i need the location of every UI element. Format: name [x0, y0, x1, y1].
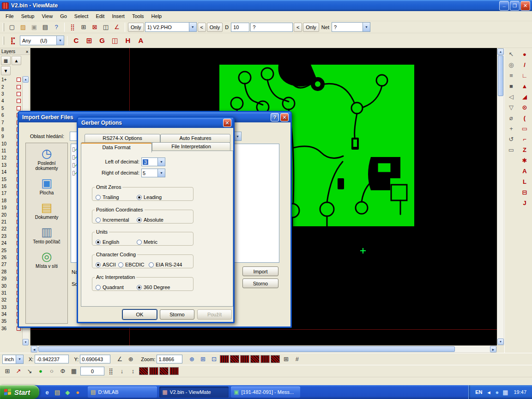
- place-item[interactable]: ◷ Poslední dokumenty: [27, 147, 66, 171]
- select-dcodes-icon[interactable]: ⊠: [90, 23, 100, 32]
- chevron-down-icon[interactable]: [189, 23, 196, 31]
- help-icon[interactable]: [271, 113, 279, 121]
- measure-angle-icon[interactable]: ∠: [112, 23, 122, 32]
- chevron-down-icon[interactable]: [363, 23, 370, 31]
- canvas-vertical-scrollbar[interactable]: [497, 48, 504, 345]
- radio-icon[interactable]: [137, 240, 142, 245]
- units-combo[interactable]: inch: [2, 355, 24, 364]
- taskbar-task[interactable]: ▦ V2.bin - ViewMate: [159, 387, 229, 398]
- layer-row[interactable]: 2: [0, 83, 22, 90]
- import-button[interactable]: Import: [242, 266, 278, 276]
- snap-center-icon[interactable]: ◎: [506, 60, 517, 70]
- layer-table-icon[interactable]: ▦: [1, 56, 11, 65]
- print-icon[interactable]: ▤: [40, 23, 50, 32]
- selection-mode-icon[interactable]: ⣏: [7, 35, 19, 46]
- open-file-icon[interactable]: ▨: [18, 23, 28, 32]
- dcode-table-icon[interactable]: ⣿: [67, 23, 78, 32]
- radio-metric[interactable]: Metric: [137, 239, 157, 245]
- scroll-down-icon[interactable]: [497, 339, 504, 345]
- line-tool-icon[interactable]: /: [519, 60, 530, 70]
- scroll-down-icon[interactable]: [23, 339, 29, 345]
- origin-icon[interactable]: +: [506, 124, 517, 133]
- layer-color-swatch[interactable]: [17, 92, 21, 96]
- menu-item[interactable]: Select: [71, 12, 92, 20]
- cancel-button[interactable]: Storno: [160, 309, 194, 320]
- vertical-scroll-thumb[interactable]: [498, 55, 503, 96]
- layer-color-swatch[interactable]: [17, 106, 21, 110]
- cancel-button[interactable]: Storno: [242, 278, 278, 288]
- radio-icon[interactable]: [118, 262, 123, 267]
- radio-ascii[interactable]: ASCII: [96, 262, 116, 267]
- grid-dots-icon[interactable]: ⊞: [281, 355, 291, 364]
- window-select-icon[interactable]: ▭: [506, 145, 517, 155]
- grid-step-field[interactable]: 0: [80, 367, 104, 375]
- toolbar-grip[interactable]: [3, 36, 4, 45]
- previous-net-button[interactable]: <: [294, 23, 302, 32]
- small-grid-icon[interactable]: ⊞: [2, 367, 12, 376]
- dot-matrix-icon[interactable]: ⣿: [106, 367, 116, 376]
- canvas-horizontal-scrollbar[interactable]: [30, 345, 497, 353]
- lamp-off-icon[interactable]: ○: [47, 367, 57, 376]
- pad-grid-tool-icon[interactable]: ⊞: [83, 35, 95, 46]
- title-bar[interactable]: V2.bin - ViewMate: [0, 0, 532, 11]
- letter-h-tool-icon[interactable]: H: [122, 35, 134, 46]
- chevron-down-icon[interactable]: [234, 132, 241, 140]
- radio-trailing[interactable]: Trailing: [96, 194, 119, 200]
- taskbar-task[interactable]: ▣ [191-482-091] - Mess...: [231, 387, 300, 398]
- circle-tool-icon[interactable]: ⊙: [519, 103, 530, 112]
- scroll-left-icon[interactable]: [31, 346, 37, 352]
- arc-tool-icon[interactable]: (: [519, 113, 530, 123]
- net-filter-combo[interactable]: ?: [332, 22, 370, 32]
- place-item[interactable]: ◎ Místa v síti: [27, 250, 66, 269]
- probe-icon[interactable]: Φ: [58, 367, 68, 376]
- radio-ebcdic[interactable]: EBCDIC: [118, 262, 145, 267]
- tab-auto-features[interactable]: Auto Features: [160, 134, 230, 143]
- mirror-horizontal-icon[interactable]: ◁: [506, 92, 517, 102]
- pad-flash-tool-icon[interactable]: ●: [519, 49, 530, 59]
- menu-item[interactable]: Go: [56, 12, 71, 20]
- drop-marker-icon[interactable]: ↓: [117, 367, 127, 376]
- redline-down-icon[interactable]: ↘: [24, 367, 35, 376]
- layer-down-icon[interactable]: ▼: [1, 66, 11, 75]
- rotate-icon[interactable]: ↺: [506, 134, 517, 144]
- letter-a-tool-icon[interactable]: A: [135, 35, 147, 46]
- layers-panel-header[interactable]: Layers: [0, 48, 30, 55]
- corner-tool-icon[interactable]: ∟: [519, 71, 530, 80]
- layer-color-swatch[interactable]: [17, 85, 21, 89]
- grid-table-icon[interactable]: ▦: [69, 367, 79, 376]
- start-button[interactable]: Start: [0, 385, 39, 399]
- notch-tool-icon[interactable]: ⌐: [519, 134, 530, 144]
- dialog-title-bar[interactable]: Gerber Options: [78, 118, 233, 128]
- only-layer-toggle[interactable]: Only: [128, 23, 144, 32]
- dimension-tool-icon[interactable]: L: [519, 177, 530, 187]
- strip-tool-icon[interactable]: ⊟: [519, 187, 530, 197]
- radio-icon[interactable]: [96, 285, 101, 290]
- taskbar-task[interactable]: ▤ D:\MLAB: [88, 387, 157, 398]
- place-item[interactable]: ▤ Dokumenty: [27, 201, 66, 220]
- chevron-down-icon[interactable]: [16, 355, 23, 363]
- dcode-pattern-8-icon[interactable]: [149, 367, 158, 375]
- menu-item[interactable]: Setup: [18, 12, 38, 20]
- letter-g-tool-icon[interactable]: G: [96, 35, 108, 46]
- dcode-value-field[interactable]: 10: [231, 23, 249, 32]
- menu-item[interactable]: File: [2, 12, 18, 20]
- dcode-pattern-2-icon[interactable]: [230, 355, 239, 363]
- zigzag-tool-icon[interactable]: Z: [519, 145, 530, 155]
- only-dcode-toggle[interactable]: Only: [207, 23, 223, 32]
- highlight-dcodes-icon[interactable]: ⊞: [79, 23, 89, 32]
- scroll-up-icon[interactable]: [23, 76, 29, 83]
- firefox-icon[interactable]: ●: [73, 388, 82, 396]
- letter-c-tool-icon[interactable]: C: [70, 35, 82, 46]
- right-of-decimal-combo[interactable]: 5: [141, 169, 165, 177]
- origin-target-icon[interactable]: ⊕: [126, 355, 136, 364]
- status-light-icon[interactable]: ●: [36, 367, 46, 376]
- menu-item[interactable]: View: [38, 12, 56, 20]
- display-tray-icon[interactable]: ▦: [502, 388, 509, 396]
- close-icon[interactable]: [520, 1, 530, 11]
- split-view-icon[interactable]: ◫: [101, 23, 111, 32]
- rectangle-tool-icon[interactable]: ▭: [519, 124, 530, 133]
- radio-icon[interactable]: [149, 262, 154, 267]
- ie-icon[interactable]: e: [43, 388, 51, 396]
- menu-item[interactable]: Tools: [128, 12, 148, 20]
- menu-item[interactable]: Edit: [92, 12, 108, 20]
